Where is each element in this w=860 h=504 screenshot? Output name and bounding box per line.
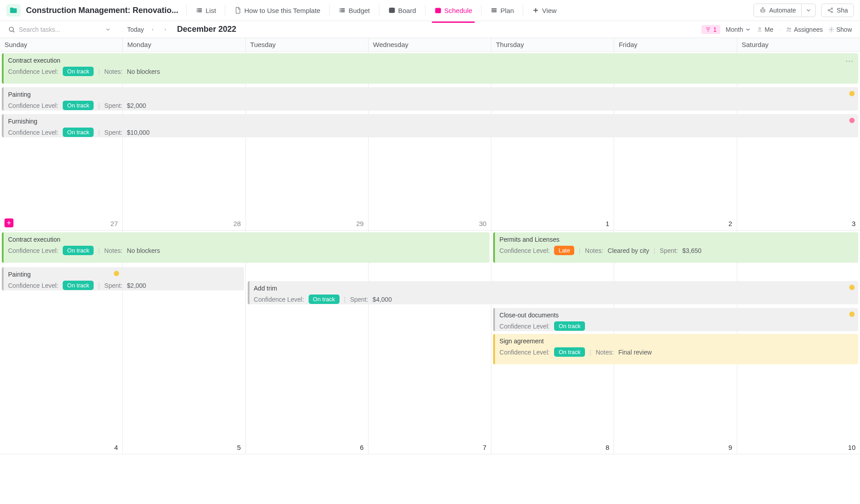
event-title: Painting (8, 91, 854, 98)
svg-point-4 (763, 10, 764, 11)
status-pill: On track (63, 67, 94, 76)
svg-point-8 (9, 27, 13, 31)
spent-value: $4,000 (373, 296, 392, 303)
divider (186, 5, 187, 16)
spent-value: $10,000 (127, 129, 150, 136)
spent-label: Spent: (104, 282, 122, 289)
svg-point-5 (828, 10, 830, 11)
svg-rect-2 (761, 9, 765, 12)
confidence-label: Confidence Level: (499, 349, 550, 356)
next-month-icon[interactable] (162, 26, 169, 33)
status-pill: Late (554, 246, 574, 255)
folder-icon[interactable] (6, 4, 21, 17)
day-thursday: Thursday (491, 38, 614, 51)
svg-point-10 (787, 27, 789, 29)
status-dot-icon (849, 312, 855, 317)
event-close-out-documents[interactable]: Close-out documents Confidence Level: On… (493, 308, 858, 331)
day-friday: Friday (614, 38, 737, 51)
top-bar: Construction Management: Renovatio... Li… (0, 0, 860, 21)
confidence-label: Confidence Level: (8, 129, 58, 136)
tab-list[interactable]: List (191, 4, 220, 17)
weekday-header: Sunday Monday Tuesday Wednesday Thursday… (0, 38, 860, 51)
status-dot-icon (849, 118, 855, 123)
tab-plan[interactable]: Plan (486, 4, 518, 17)
event-furnishing[interactable]: Furnishing Confidence Level: On track | … (2, 114, 858, 137)
users-icon (786, 26, 792, 33)
notes-label: Notes: (596, 349, 614, 356)
event-contract-execution[interactable]: Contract execution Confidence Level: On … (2, 53, 858, 84)
event-title: Furnishing (8, 118, 854, 125)
month-selector[interactable]: Month (726, 26, 751, 33)
event-title: Contract execution (8, 236, 485, 243)
today-button[interactable]: Today (127, 26, 144, 33)
page-title[interactable]: Construction Management: Renovatio... (26, 6, 178, 15)
tab-schedule[interactable]: Schedule (430, 4, 477, 17)
spent-value: $3,650 (682, 247, 701, 254)
status-pill: On track (63, 246, 94, 255)
tab-plan-label: Plan (500, 7, 514, 14)
status-pill: On track (554, 321, 585, 331)
filter-badge[interactable]: 1 (701, 25, 720, 34)
confidence-label: Confidence Level: (499, 323, 550, 330)
divider (329, 5, 330, 16)
spent-label: Spent: (104, 102, 122, 109)
confidence-label: Confidence Level: (8, 102, 58, 109)
filter-icon (705, 26, 711, 33)
automate-dropdown[interactable] (802, 4, 816, 17)
svg-point-3 (761, 10, 762, 11)
status-dot-icon (849, 91, 855, 96)
event-contract-execution[interactable]: Contract execution Confidence Level: On … (2, 232, 490, 263)
search-dropdown-icon[interactable] (105, 26, 111, 33)
svg-point-11 (790, 28, 791, 29)
user-icon (757, 26, 763, 33)
notes-value: No blockers (127, 247, 160, 254)
divider (225, 5, 225, 16)
share-label: Sha (837, 7, 848, 14)
status-dot-icon (849, 285, 855, 290)
week-row: + 27 28 29 30 1 2 3 Contract execution C… (0, 51, 860, 231)
svg-rect-0 (389, 8, 395, 13)
search-icon (8, 26, 15, 33)
search-input[interactable] (19, 26, 101, 33)
automate-label: Automate (769, 7, 796, 14)
divider (425, 5, 426, 16)
tab-schedule-label: Schedule (444, 7, 473, 14)
notes-label: Notes: (104, 247, 122, 254)
event-add-trim[interactable]: Add trim Confidence Level: On track | Sp… (248, 281, 858, 304)
day-tuesday: Tuesday (246, 38, 369, 51)
search-wrap (8, 26, 111, 33)
tab-board[interactable]: Board (384, 4, 421, 17)
share-button[interactable]: Sha (821, 4, 854, 17)
day-sunday: Sunday (0, 38, 123, 51)
tab-howto[interactable]: How to Use this Template (230, 4, 325, 17)
divider (481, 5, 482, 16)
svg-point-9 (759, 27, 761, 29)
month-label: December 2022 (177, 25, 236, 34)
divider (523, 5, 523, 16)
event-menu-icon[interactable]: ··· (846, 58, 854, 65)
event-painting[interactable]: Painting Confidence Level: On track | Sp… (2, 87, 858, 111)
tab-howto-label: How to Use this Template (244, 7, 320, 14)
event-title: Permits and Licenses (499, 236, 854, 243)
chevron-down-icon (745, 26, 751, 33)
event-permits-licenses[interactable]: Permits and Licenses Confidence Level: L… (493, 232, 858, 263)
event-sign-agreement[interactable]: Sign agreement Confidence Level: On trac… (493, 334, 858, 364)
automate-button[interactable]: Automate (753, 4, 802, 17)
assignees-button[interactable]: Assignees (786, 26, 823, 33)
confidence-label: Confidence Level: (8, 282, 58, 289)
show-button[interactable]: Show (828, 26, 852, 33)
toolbar: Today December 2022 1 Month Me · Assigne… (0, 21, 860, 38)
tab-view-add[interactable]: View (528, 4, 561, 17)
prev-month-icon[interactable] (149, 26, 156, 33)
automate-group: Automate (753, 4, 816, 17)
status-pill: On track (63, 128, 94, 137)
tab-budget[interactable]: Budget (334, 4, 374, 17)
tab-budget-label: Budget (348, 7, 370, 14)
event-painting[interactable]: Painting Confidence Level: On track | Sp… (2, 267, 244, 290)
me-button[interactable]: Me (757, 26, 773, 33)
status-pill: On track (63, 281, 94, 290)
tab-board-label: Board (398, 7, 416, 14)
status-pill: On track (309, 295, 340, 304)
svg-point-6 (831, 8, 833, 9)
tab-list-label: List (206, 7, 216, 14)
